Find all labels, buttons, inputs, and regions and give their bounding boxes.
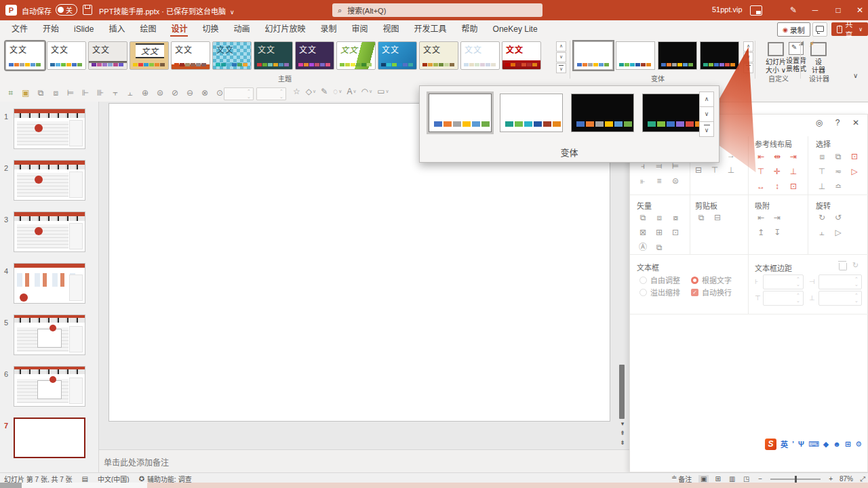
toolbar-icon[interactable]: ⊪ xyxy=(95,87,106,99)
ribbon-tab[interactable]: 设计 xyxy=(163,20,195,38)
popup-variant-thumbnail[interactable] xyxy=(571,94,634,132)
margin-right-input[interactable] xyxy=(818,274,862,289)
snap-icon[interactable]: ⇥ xyxy=(771,212,783,223)
help-icon[interactable]: ? xyxy=(833,118,842,127)
guide-layout-icon[interactable]: ↔ xyxy=(755,181,767,192)
scroll-down-icon[interactable]: ∨ xyxy=(743,52,753,62)
autosave-toggle[interactable]: 关 xyxy=(56,4,77,16)
pen-icon[interactable]: ✎ xyxy=(787,4,800,16)
theme-thumbnail[interactable]: 文文 xyxy=(336,41,376,70)
select-icon[interactable]: ≏ xyxy=(832,181,844,192)
select-icon[interactable]: ⊥ xyxy=(816,181,828,192)
ime-language-icon[interactable]: 英 xyxy=(781,439,788,449)
restore-button[interactable]: □ xyxy=(831,4,845,16)
zoom-slider[interactable] xyxy=(770,479,821,480)
slide-thumbnail[interactable] xyxy=(14,263,85,304)
radio-shrink-overflow[interactable]: 溢出缩排 xyxy=(639,287,680,298)
toolbar-dropdown[interactable]: ◌∨ xyxy=(333,87,342,96)
theme-thumbnail[interactable]: 文文 xyxy=(88,41,127,70)
toolbar-icon[interactable]: ⌗ xyxy=(5,87,16,99)
vector-icon[interactable]: ⊠ xyxy=(637,227,649,238)
previous-slide-icon[interactable]: ⇞ xyxy=(618,430,627,436)
microphone-icon[interactable]: Ψ xyxy=(798,440,804,448)
ribbon-tab[interactable]: 切换 xyxy=(195,20,226,38)
slide-thumbnail[interactable] xyxy=(14,366,85,407)
popup-variant-thumbnail[interactable] xyxy=(642,94,705,132)
vector-icon[interactable]: ⊡ xyxy=(669,227,682,238)
save-icon[interactable] xyxy=(83,5,92,15)
toolbar-dropdown[interactable]: ☆ xyxy=(293,87,301,96)
select-icon[interactable]: ⧈ xyxy=(816,151,828,162)
slide-thumbnail[interactable] xyxy=(14,418,85,458)
gallery-more-icon[interactable]: ∨ xyxy=(556,63,566,73)
snap-icon[interactable]: ↧ xyxy=(771,227,783,238)
ribbon-tab[interactable]: 开发工具 xyxy=(407,20,454,38)
select-icon[interactable]: ⊤ xyxy=(816,166,828,177)
scroll-up-icon[interactable]: ∧ xyxy=(743,41,753,52)
toolbar-icon[interactable]: ⧈ xyxy=(50,87,61,99)
theme-thumbnail[interactable]: 文文 xyxy=(130,41,169,70)
ribbon-tab[interactable]: iSlide xyxy=(66,20,101,38)
ribbon-tab[interactable]: 帮助 xyxy=(454,20,486,38)
snap-icon[interactable]: ⇤ xyxy=(755,212,767,223)
variant-more-icon[interactable]: ∨ xyxy=(743,63,753,73)
slide-list-item[interactable]: 2 xyxy=(0,160,98,207)
slide-thumbnail[interactable] xyxy=(14,314,85,355)
document-title[interactable]: PPT技能手册.pptx · 已保存到这台电脑∨ xyxy=(99,5,235,16)
minimize-button[interactable]: ─ xyxy=(808,4,822,16)
scrollbar-thumb[interactable] xyxy=(619,365,625,419)
settings-icon[interactable]: ◎ xyxy=(814,118,824,127)
height-stepper[interactable] xyxy=(256,87,286,100)
sogou-logo-icon[interactable]: S xyxy=(765,439,776,450)
checkbox-word-wrap[interactable]: ✓自动换行 xyxy=(691,287,732,298)
share-button[interactable]: 共享 ∨ xyxy=(831,22,868,36)
scroll-up-icon[interactable]: ∧ xyxy=(556,41,566,52)
slide-thumbnail[interactable] xyxy=(14,108,85,149)
guide-layout-icon[interactable]: ⊥ xyxy=(787,166,800,177)
reset-icon[interactable]: ↻ xyxy=(852,261,859,270)
guide-layout-icon[interactable]: ⇤ xyxy=(755,151,767,162)
collapse-gallery-icon[interactable]: ∨ xyxy=(699,121,714,137)
ribbon-tab[interactable]: OneKey Lite xyxy=(486,20,545,38)
variant-thumbnail[interactable] xyxy=(616,41,655,70)
theme-thumbnail[interactable]: 文文 xyxy=(254,41,293,70)
theme-thumbnail[interactable]: 文文 xyxy=(212,41,252,70)
theme-thumbnail[interactable]: 文文 xyxy=(502,41,541,70)
collapse-ribbon-icon[interactable]: ∨ xyxy=(853,72,858,79)
toolbar-dropdown[interactable]: ✎ xyxy=(321,87,328,96)
vector-icon[interactable]: Ⓐ xyxy=(637,242,649,253)
record-button[interactable]: ◉ 录制 xyxy=(777,22,810,37)
guide-layout-icon[interactable]: ↕ xyxy=(771,181,783,192)
radio-free-adjust[interactable]: 自由调整 xyxy=(639,274,680,285)
distribute-icon[interactable]: ⊟ xyxy=(692,165,705,176)
ime-settings-icon[interactable]: ⚙ xyxy=(855,440,862,449)
zoom-slider-knob[interactable] xyxy=(795,476,797,483)
assistant-icon[interactable]: ☻ xyxy=(833,440,841,448)
clipboard-icon[interactable]: ⧉ xyxy=(695,212,707,223)
ribbon-tab[interactable]: 开始 xyxy=(35,20,66,38)
margin-bottom-input[interactable] xyxy=(818,291,862,306)
variant-thumbnail[interactable] xyxy=(574,41,613,70)
toolbar-icon[interactable]: ⊜ xyxy=(155,87,165,99)
keyboard-icon[interactable]: ⌨ xyxy=(808,440,819,449)
guide-layout-icon[interactable]: ⇹ xyxy=(771,151,783,162)
rotate-icon[interactable]: ⫠ xyxy=(816,227,828,238)
ribbon-tab[interactable]: 录制 xyxy=(313,20,344,38)
spellcheck-icon[interactable]: ▤ xyxy=(82,475,88,483)
variant-thumbnail[interactable] xyxy=(700,41,739,70)
guide-layout-icon[interactable]: ✛ xyxy=(771,166,783,177)
ribbon-tab[interactable]: 视图 xyxy=(376,20,407,38)
theme-thumbnail[interactable]: 文文 xyxy=(295,41,334,70)
toolbar-icon[interactable]: ⊗ xyxy=(199,87,210,99)
guide-layout-icon[interactable]: ⊡ xyxy=(787,181,800,192)
guide-layout-icon[interactable]: ⊤ xyxy=(755,166,767,177)
toolbar-icon[interactable]: ⫠ xyxy=(125,87,136,99)
variant-thumbnail[interactable] xyxy=(658,41,697,70)
notes-pane[interactable]: 单击此处添加备注 xyxy=(98,449,631,473)
ribbon-tab[interactable]: 动画 xyxy=(226,20,257,38)
toolbar-icon[interactable]: ⊩ xyxy=(80,87,91,99)
vector-icon[interactable]: ⧈ xyxy=(653,212,665,223)
width-stepper[interactable] xyxy=(224,87,254,100)
select-icon[interactable]: ⧉ xyxy=(832,151,844,162)
toolbar-icon[interactable]: ⊨ xyxy=(65,87,76,99)
